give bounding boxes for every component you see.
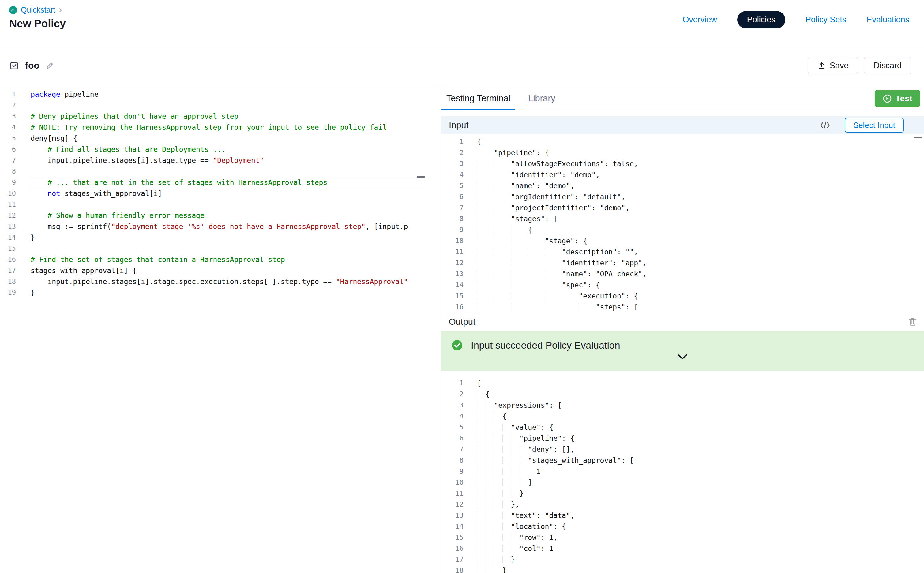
policy-check-icon	[9, 61, 19, 70]
input-section-header: Input Select Input	[441, 116, 924, 135]
code-line: 2 "pipeline": {	[441, 147, 924, 158]
indent-guide	[477, 478, 485, 486]
line-number: 9	[441, 224, 464, 235]
input-json-editor[interactable]: 1{2 "pipeline": {3 "allowStageExecutions…	[441, 135, 924, 313]
indent-guide	[494, 512, 503, 520]
tab-library[interactable]: Library	[528, 87, 555, 110]
save-upload-icon	[818, 61, 826, 70]
code-view-icon[interactable]	[820, 121, 831, 129]
indent-guide	[503, 523, 511, 531]
nav-evaluations[interactable]: Evaluations	[866, 15, 909, 25]
code-line: 8 "stages_with_approval": [	[441, 455, 924, 466]
indent-guide	[494, 292, 511, 300]
line-number: 10	[441, 477, 464, 488]
breadcrumb-link-quickstart[interactable]: Quickstart	[21, 6, 55, 14]
indent-guide	[503, 501, 511, 509]
code-line: 6 "orgIdentifier": "default",	[441, 191, 924, 202]
code-text: "deny": [],	[477, 444, 924, 455]
line-number: 2	[441, 389, 464, 400]
indent-guide	[503, 534, 511, 542]
indent-guide	[494, 534, 503, 542]
code-text: {	[477, 389, 924, 400]
indent-guide	[485, 556, 494, 564]
indent-guide	[494, 303, 511, 311]
clear-output-trash-icon[interactable]	[908, 317, 917, 327]
indent-guide	[545, 292, 562, 300]
indent-guide	[485, 412, 494, 420]
line-number: 1	[0, 89, 16, 100]
line-number: 3	[0, 111, 16, 122]
output-json-editor[interactable]: 1[2 {3 "expressions": [4 {5 "value": {6 …	[441, 371, 924, 573]
indent-guide	[494, 215, 511, 223]
code-text: [	[477, 378, 924, 389]
output-section-header: Output	[441, 313, 924, 331]
code-text	[31, 243, 426, 254]
code-text: }	[31, 287, 426, 298]
indent-guide	[494, 171, 511, 179]
indent-guide	[494, 545, 503, 553]
line-number: 4	[441, 169, 464, 180]
indent-guide	[579, 303, 595, 311]
expand-details-chevron-icon[interactable]	[676, 354, 689, 360]
indent-guide	[528, 237, 545, 245]
indent-guide	[503, 545, 511, 553]
indent-guide	[477, 467, 485, 475]
indent-guide	[477, 204, 494, 212]
indent-guide	[494, 478, 503, 486]
indent-guide	[503, 467, 511, 475]
indent-guide	[545, 281, 562, 289]
nav-overview[interactable]: Overview	[683, 15, 717, 25]
line-number: 6	[0, 144, 16, 155]
tab-testing-terminal[interactable]: Testing Terminal	[446, 87, 511, 110]
code-line: 8 "stages": [	[441, 213, 924, 224]
code-line: 3 "expressions": [	[441, 400, 924, 411]
select-input-button[interactable]: Select Input	[845, 118, 904, 133]
code-text: "identifier": "demo",	[477, 169, 924, 180]
indent-guide	[477, 259, 494, 267]
code-line: 8	[0, 166, 426, 177]
code-text: "identifier": "app",	[477, 257, 924, 268]
indent-guide	[477, 171, 494, 179]
indent-guide	[477, 303, 494, 311]
nav-policies[interactable]: Policies	[737, 11, 785, 28]
code-text: "stages": [	[477, 213, 924, 224]
policy-code-editor[interactable]: 1package pipeline23# Deny pipelines that…	[0, 87, 441, 573]
indent-guide	[31, 222, 47, 230]
indent-guide	[494, 445, 503, 453]
code-text: input.pipeline.stages[i].stage.type == "…	[31, 155, 426, 166]
code-line: 9 # ... that are not in the set of stage…	[0, 177, 426, 188]
indent-guide	[477, 226, 494, 234]
nav-policy-sets[interactable]: Policy Sets	[805, 15, 847, 25]
line-number: 7	[0, 155, 16, 166]
indent-guide	[494, 456, 503, 464]
indent-guide	[494, 523, 503, 531]
edit-name-pencil-icon[interactable]	[45, 61, 54, 70]
code-line: 14 "location": {	[441, 521, 924, 532]
line-number: 8	[441, 455, 464, 466]
indent-guide	[485, 567, 494, 573]
code-line: 12 # Show a human-friendly error message	[0, 210, 426, 221]
discard-button[interactable]: Discard	[864, 56, 911, 74]
code-text: not stages_with_approval[i]	[31, 188, 426, 199]
indent-guide	[511, 226, 528, 234]
code-text: # Find all stages that are Deployments .…	[31, 144, 426, 155]
code-text	[31, 199, 426, 210]
save-button[interactable]: Save	[808, 56, 858, 74]
indent-guide	[494, 259, 511, 267]
test-button[interactable]: Test	[875, 90, 921, 107]
line-number: 5	[441, 422, 464, 433]
indent-guide	[477, 523, 485, 531]
indent-guide	[503, 478, 511, 486]
line-number: 2	[0, 100, 16, 111]
indent-guide	[511, 545, 520, 553]
indent-guide	[511, 434, 520, 442]
indent-guide	[31, 278, 47, 286]
code-line: 9 {	[441, 224, 924, 235]
evaluation-success-banner: Input succeeded Policy Evaluation	[441, 331, 924, 371]
indent-guide	[477, 237, 494, 245]
indent-guide	[511, 259, 528, 267]
line-number: 4	[441, 411, 464, 422]
indent-guide	[477, 182, 494, 190]
code-text: "stages_with_approval": [	[477, 455, 924, 466]
line-number: 6	[441, 433, 464, 444]
